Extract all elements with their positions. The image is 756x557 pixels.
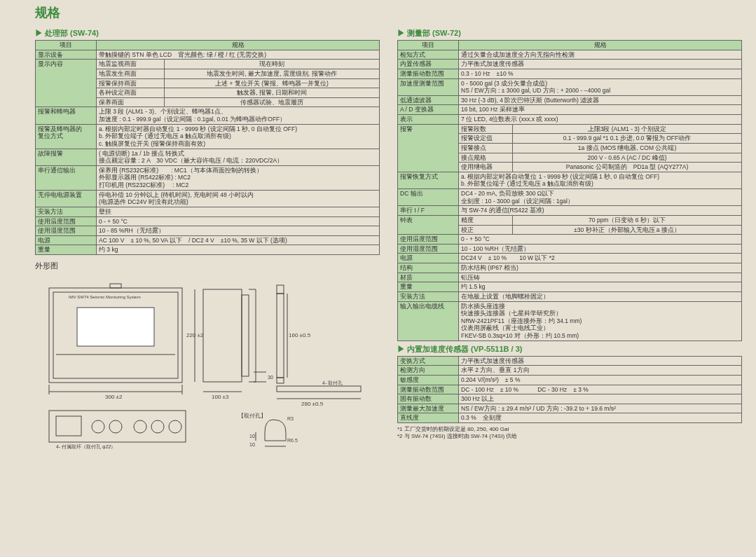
right-section-b-title: 内置加速度传感器 (VP-5511B / 3) [397,344,742,355]
svg-point-32 [151,420,164,433]
svg-rect-2 [77,308,154,346]
header-spec: 规格 [97,41,380,50]
svg-rect-10 [242,295,249,376]
svg-rect-18 [277,294,284,378]
header-item: 项目 [36,41,97,50]
svg-text:280 ±0.5: 280 ±0.5 [301,401,324,407]
right-spec-table-b: 变换方式力平衡式加速度传感器 检测方向水平 2 方向、垂直 1方向 敏感度0.2… [397,356,742,423]
svg-text:IMV SW74  Seismic Monitoring S: IMV SW74 Seismic Monitoring System [69,295,141,299]
svg-text:30: 30 [268,375,273,380]
page-title: 规格 [35,4,742,21]
right-section-a-title: 测量部 (SW-72) [397,28,742,39]
right-column: 测量部 (SW-72) 项目 规格 检知方式通过矢量合成加速度全方向无指向性检测… [397,25,742,451]
svg-text:100 ±3: 100 ±3 [212,394,229,400]
svg-text:220 ±2: 220 ±2 [186,332,204,338]
svg-text:300 ±2: 300 ±2 [105,394,123,400]
right-spec-table-a: 项目 规格 检知方式通过矢量合成加速度全方向无指向性检测 内置传感器力平衡式加速… [397,40,742,341]
svg-point-33 [169,420,181,433]
svg-text:【取付孔】: 【取付孔】 [238,413,266,419]
outline-label: 外形图 [35,261,380,271]
header-item-r: 项目 [398,41,459,50]
svg-text:4- 取付孔: 4- 取付孔 [322,380,343,385]
svg-rect-20 [277,378,284,383]
outline-drawing: 300 ±2 220 ±2 100 ±3 [35,274,371,449]
footnotes: *1 工厂交货时的初期设定是 80, 250, 400 Gal *2 与 SW-… [397,426,742,441]
left-section-title: 处理部 (SW-74) [35,28,380,39]
svg-rect-4 [110,284,121,288]
svg-text:4- 付属取环（取付孔 φ22）: 4- 付属取环（取付孔 φ22） [56,444,116,449]
svg-point-31 [134,420,146,433]
svg-rect-27 [49,411,186,442]
svg-point-29 [92,420,104,433]
svg-text:R6.5: R6.5 [287,438,298,443]
svg-text:10: 10 [249,442,255,447]
svg-rect-19 [277,285,284,294]
svg-rect-28 [56,416,81,436]
svg-rect-23 [277,386,361,392]
svg-point-30 [109,420,122,433]
svg-text:160 ±0.5: 160 ±0.5 [289,332,311,338]
svg-text:10: 10 [249,434,255,439]
svg-rect-9 [203,289,242,382]
svg-text:R3: R3 [287,416,294,421]
left-column: 处理部 (SW-74) 项目 规格 显示设备 带触摸键的 STN 单色 LCD … [35,25,380,451]
header-spec-r: 规格 [459,41,742,50]
left-spec-table: 项目 规格 显示设备 带触摸键的 STN 单色 LCD 背光颜色: 绿 / 橙 … [35,40,380,255]
